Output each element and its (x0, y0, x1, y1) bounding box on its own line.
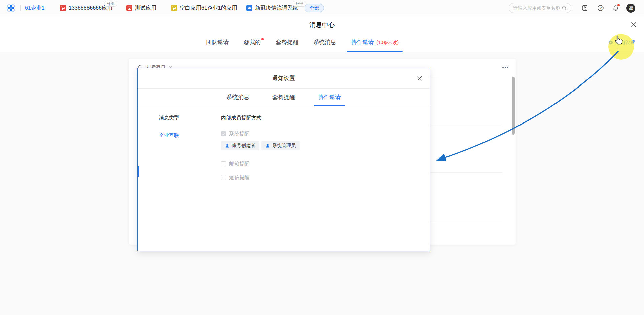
sidebar-item-enterprise-link[interactable]: 企业互联 (159, 132, 179, 139)
dialog-tab-plan-reminder[interactable]: 套餐提醒 (268, 89, 299, 106)
tab-plan-reminder[interactable]: 套餐提醒 (276, 33, 298, 52)
more-icon[interactable] (502, 67, 508, 68)
notification-settings-link[interactable]: 通知设置 (608, 33, 635, 52)
app-name: 新冠疫情流调系统 (255, 5, 298, 12)
notification-settings-dialog: 通知设置 系统消息 套餐提醒 协作邀请 消息类型 企业互联 内部成员提醒方式 (137, 68, 430, 251)
checkbox-unchecked[interactable] (221, 161, 226, 166)
tab-team-invite[interactable]: 团队邀请 (206, 33, 229, 52)
app-item-4[interactable]: 新冠疫情流调系统 外部 (246, 0, 298, 16)
dialog-tab-system-message[interactable]: 系统消息 (222, 89, 253, 106)
option-email-remind: 邮箱提醒 (221, 161, 249, 167)
app-item-1[interactable]: 13366666666应用 外部 (60, 0, 112, 16)
notify-target-tags: 账号创建者 系统管理员 (221, 141, 300, 150)
unread-count: (10条未读) (376, 40, 399, 45)
search-icon (562, 5, 567, 11)
checkbox-unchecked[interactable] (221, 175, 226, 180)
tab-collab-invite[interactable]: 协作邀请(10条未读) (351, 33, 399, 52)
notification-dot (617, 4, 620, 6)
checkbox-checked-disabled[interactable] (221, 131, 226, 136)
external-badge: 外部 (293, 1, 306, 7)
app-name: 空白应用61企业1的应用 (180, 5, 237, 12)
app-name: 测试应用 (135, 5, 156, 12)
notification-bell-icon[interactable] (612, 5, 619, 11)
page-title: 消息中心 (0, 16, 644, 33)
cloud-icon (246, 5, 252, 11)
all-apps-button[interactable]: 全部 (305, 4, 324, 12)
tag-system-admin[interactable]: 系统管理员 (261, 141, 300, 150)
unread-dot (261, 38, 264, 40)
notification-settings-label: 通知设置 (615, 39, 635, 46)
tab-collab-invite-label: 协作邀请 (351, 39, 374, 45)
search-input[interactable] (513, 5, 560, 11)
workspace-link[interactable]: 61企业1 (25, 0, 45, 16)
close-icon[interactable] (630, 21, 637, 28)
option-label: 邮箱提醒 (229, 161, 249, 167)
app-item-2[interactable]: 测试应用 (126, 0, 156, 16)
svg-text:?: ? (600, 6, 602, 10)
tab-system-message[interactable]: 系统消息 (313, 33, 336, 52)
tab-at-me[interactable]: @我的 (244, 33, 261, 52)
selected-indicator-bar (138, 166, 139, 177)
dialog-header: 通知设置 (138, 68, 430, 89)
close-icon[interactable] (416, 75, 423, 82)
tag-label: 系统管理员 (272, 143, 296, 149)
message-center-tabs: 团队邀请 @我的 套餐提醒 系统消息 协作邀请(10条未读) (206, 33, 399, 52)
option-label: 系统提醒 (229, 131, 249, 137)
dialog-body: 消息类型 企业互联 内部成员提醒方式 系统提醒 账号创建者 (138, 106, 430, 251)
app-search-box (509, 3, 571, 13)
help-icon[interactable]: ? (597, 5, 604, 11)
scrollbar[interactable] (512, 77, 515, 135)
cart-icon (171, 5, 177, 11)
app-icon (126, 5, 132, 11)
app-item-3[interactable]: 空白应用61企业1的应用 (171, 0, 237, 16)
message-center-tabbar: 团队邀请 @我的 套餐提醒 系统消息 协作邀请(10条未读) 通知设置 (0, 33, 644, 52)
dialog-title: 通知设置 (138, 68, 430, 89)
message-type-column: 消息类型 企业互联 (159, 115, 179, 139)
remind-method-column: 内部成员提醒方式 系统提醒 账号创建者 (221, 115, 416, 121)
option-label: 短信提醒 (229, 174, 249, 181)
external-badge: 外部 (104, 1, 117, 7)
cart-icon (60, 5, 66, 11)
tag-label: 账号创建者 (232, 143, 255, 149)
topbar-divider (20, 5, 21, 11)
person-icon (225, 144, 229, 148)
gear-icon (608, 40, 613, 45)
message-center-titlebar: 消息中心 (0, 16, 644, 33)
dialog-tab-collab-invite[interactable]: 协作邀请 (314, 89, 345, 106)
message-center-content: 未读消息 通知设置 系统消息 套餐提醒 协作邀请 消息类型 企业互 (0, 53, 644, 315)
topbar: 61企业1 13366666666应用 外部 测试应用 空白应用61企业1的应用… (0, 0, 644, 16)
message-type-header: 消息类型 (159, 115, 179, 121)
tab-at-me-label: @我的 (244, 39, 261, 45)
user-avatar[interactable]: 谭 (626, 4, 635, 13)
remind-method-header: 内部成员提醒方式 (221, 115, 416, 121)
option-sms-remind: 短信提醒 (221, 174, 249, 181)
person-icon (265, 144, 270, 148)
contacts-book-icon[interactable] (581, 5, 588, 11)
dialog-tabs: 系统消息 套餐提醒 协作邀请 (138, 89, 430, 106)
tag-account-creator[interactable]: 账号创建者 (221, 141, 259, 150)
app-launcher-grid-icon[interactable] (7, 4, 15, 12)
option-system-remind: 系统提醒 (221, 131, 249, 137)
